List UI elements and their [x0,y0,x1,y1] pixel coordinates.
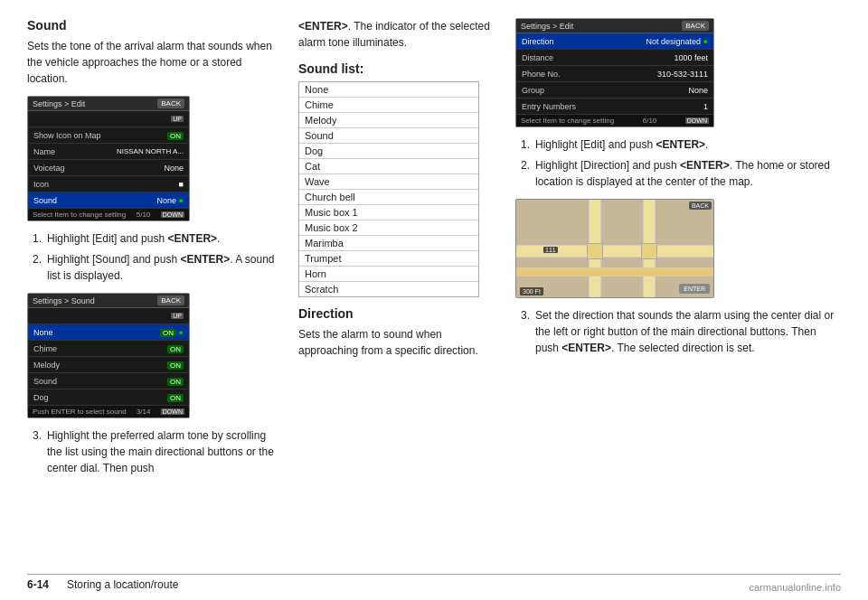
sound-item-horn: Horn [299,267,478,282]
sound-item-chime: Chime [299,98,478,113]
direction-section-title: Direction [298,306,497,321]
screen-sound-select: Settings > Sound BACK UP None ON ● Chime… [27,293,190,418]
sound-item-melody: Melody [299,113,478,128]
screen2-scroll-up-row: UP [28,308,189,324]
screen3-title: Settings > Edit [521,22,573,31]
sound-item-sound: Sound [299,128,478,144]
screen2-row-dog: Dog ON [28,389,189,406]
screen-direction-edit: Settings > Edit BACK Direction Not desig… [515,18,714,127]
map-road-main [516,267,713,277]
screen1-scroll-up: UP [28,111,189,127]
sound-item-wave: Wave [299,174,478,190]
screen3-row-entry: Entry Numbers 1 [516,98,713,115]
screen1-row-0: Show Icon on Map ON [28,127,189,144]
screen2-footer: Push ENTER to select sound 3/14 DOWN [28,406,189,417]
middle-column: <ENTER>. The indicator of the selected a… [298,18,497,574]
sound-item-trumpet: Trumpet [299,251,478,267]
map-display: 111 BACK 300 Ft ENTER [515,199,714,298]
sound-section-title: Sound [27,18,280,33]
screen1-footer-text: Select Item to change setting [33,211,126,219]
screen2-footer-text: Push ENTER to select sound [33,408,127,416]
screen2-header: Settings > Sound BACK [28,294,189,308]
screen3-footer: Select Item to change setting 6/10 DOWN [516,115,713,127]
screen2-row-sound: Sound ON [28,373,189,389]
sound-item-cat: Cat [299,159,478,174]
screen3-row-phone: Phone No. 310-532-3111 [516,66,713,82]
screen2-back: BACK [157,295,184,305]
right-step-1: 1. Highlight [Edit] and push <ENTER>. [515,136,841,153]
screen3-back: BACK [682,21,709,31]
screen3-scroll-indicator: 6/10 [643,117,657,125]
sound-item-scratch: Scratch [299,282,478,296]
sound-item-marimba: Marimba [299,236,478,251]
sound-item-church-bell: Church bell [299,190,478,205]
map-back-button[interactable]: BACK [689,202,712,210]
scroll-up-icon: UP [171,116,184,122]
sound-item-none: None [299,82,478,98]
screen3-scroll-down-icon: DOWN [685,117,709,124]
map-intersection-1 [587,243,603,259]
screen1-header: Settings > Edit BACK [28,97,189,111]
screen1-row-2: Voicetag None [28,160,189,176]
left-column: Sound Sets the tone of the arrival alarm… [27,18,280,574]
screen3-header: Settings > Edit BACK [516,19,713,33]
map-intersection-2 [641,243,657,259]
screen1-scroll-indicator: 5/10 [137,211,151,219]
screen2-row-none: None ON ● [28,324,189,341]
screen3-footer-text: Select Item to change setting [521,117,614,125]
screen3-row-group: Group None [516,82,713,98]
screen1-row-1: Name NISSAN NORTH A... [28,144,189,160]
right-steps-1-2: 1. Highlight [Edit] and push <ENTER>. 2.… [515,136,841,190]
footer-title: Storing a location/route [67,578,178,591]
screen2-title: Settings > Sound [33,296,95,305]
screen-settings-edit: Settings > Edit BACK UP Show Icon on Map… [27,96,190,221]
step-3-left: 3. Highlight the preferred alarm tone by… [27,427,280,476]
sound-list-table: None Chime Melody Sound Dog Cat Wave Chu… [298,81,479,297]
page-footer: 6-14 Storing a location/route [27,574,841,591]
sound-section-body: Sets the tone of the arrival alarm that … [27,38,280,87]
enter-continuation: <ENTER>. The indicator of the selected a… [298,18,497,51]
sound-list-title: Sound list: [298,61,497,76]
screen3-row-direction: Direction Not designated ● [516,33,713,50]
right-column: Settings > Edit BACK Direction Not desig… [515,18,841,574]
map-enter-button[interactable]: ENTER [679,284,710,294]
right-step-2: 2. Highlight [Direction] and push <ENTER… [515,157,841,190]
screen2-scroll-down-icon: DOWN [161,408,184,415]
screen2-scroll-up-icon: UP [171,313,184,319]
page: Sound Sets the tone of the arrival alarm… [0,0,868,600]
scroll-down-icon: DOWN [161,211,184,218]
screen1-row-sound: Sound None ● [28,192,189,209]
screen1-footer: Select Item to change setting 5/10 DOWN [28,209,189,220]
screen1-back: BACK [157,98,184,108]
screen2-row-melody: Melody ON [28,357,189,373]
step-2: 2. Highlight [Sound] and push <ENTER>. A… [27,251,280,284]
screen2-row-chime: Chime ON [28,341,189,357]
page-number: 6-14 [27,578,49,591]
direction-section-body: Sets the alarm to sound when approaching… [298,326,497,359]
sound-item-music-box-2: Music box 2 [299,220,478,236]
right-step-3: 3. Set the direction that sounds the ala… [515,307,841,356]
screen2-scroll-indicator: 3/14 [137,408,151,416]
main-content: Sound Sets the tone of the arrival alarm… [27,18,841,574]
map-dist-label: 300 Ft [520,287,543,295]
sound-item-dog: Dog [299,144,478,159]
steps-1-2: 1. Highlight [Edit] and push <ENTER>. 2.… [27,230,280,284]
screen3-row-distance: Distance 1000 feet [516,50,713,66]
screen1-title: Settings > Edit [33,99,85,108]
sound-item-music-box-1: Music box 1 [299,205,478,220]
map-road-label-1: 111 [543,247,558,253]
step-1: 1. Highlight [Edit] and push <ENTER>. [27,230,280,247]
screen1-row-3: Icon ■ [28,176,189,192]
watermark: carmanualonline.info [749,582,841,593]
